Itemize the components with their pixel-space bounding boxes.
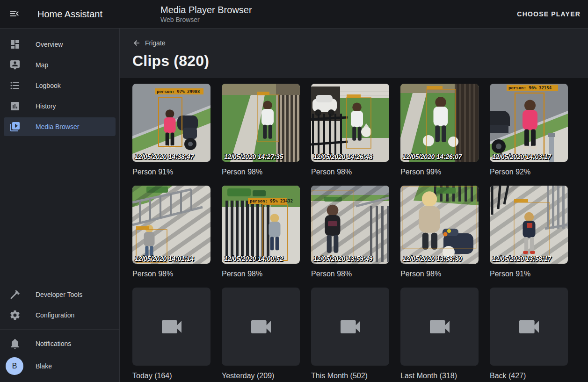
clip-timestamp-overlay: 12/05/2020 13:58:30 [403, 255, 462, 262]
sidebar-item-logbook[interactable]: Logbook [4, 76, 116, 95]
folder-tile [132, 288, 211, 366]
folder-tile [400, 288, 479, 366]
clip-item[interactable]: 12/05/2020 13:58:17Person 91% [490, 186, 568, 278]
folder-item[interactable]: Back (427) [490, 288, 568, 380]
home-assistant-app: Home Assistant Media Player Browser Web … [0, 0, 588, 382]
dashboard-icon [9, 39, 21, 50]
folder-item[interactable]: Yesterday (209) [222, 288, 300, 380]
video-camera-icon [337, 314, 363, 340]
folder-item[interactable]: Today (164) [132, 288, 211, 380]
video-camera-icon [248, 314, 274, 340]
sidebar-item-user[interactable]: B Blake [4, 357, 116, 375]
clip-timestamp-overlay: 12/05/2020 14:01:14 [135, 255, 194, 262]
clips-grid: person: 97% 2998812/05/2020 14:38:47Pers… [132, 84, 575, 382]
clip-thumbnail: person: 97% 2998812/05/2020 14:38:47 [132, 84, 211, 162]
video-camera-icon [427, 314, 453, 340]
clip-timestamp-overlay: 12/05/2020 13:58:17 [492, 255, 551, 262]
topbar-left: Home Assistant [0, 8, 120, 20]
body-row: OverviewMapLogbookHistoryMedia Browser D… [0, 28, 588, 382]
panel-header: Frigate Clips (820) [120, 29, 588, 78]
user-name: Blake [36, 362, 52, 370]
sidebar-main-items: OverviewMapLogbookHistoryMedia Browser [0, 33, 119, 138]
sidebar-item-label: Overview [36, 41, 63, 48]
clip-item[interactable]: person: 95% 2343212/05/2020 14:00:52Pers… [222, 186, 300, 278]
sidebar-item-label: Notifications [36, 340, 71, 347]
clip-thumbnail: person: 95% 2343212/05/2020 14:00:52 [222, 186, 300, 264]
top-app-bar: Home Assistant Media Player Browser Web … [0, 0, 588, 28]
clip-item[interactable]: person: 96% 3215412/05/2020 14:03:17Pers… [490, 84, 568, 176]
clip-thumbnail: 12/05/2020 14:26:48 [311, 84, 389, 162]
clip-timestamp-overlay: 12/05/2020 14:03:17 [492, 153, 551, 160]
menu-open-icon[interactable] [8, 8, 21, 20]
sidebar-item-notifications[interactable]: Notifications [4, 334, 116, 353]
folder-caption: Today (164) [132, 372, 211, 380]
chart-box-icon [9, 101, 21, 112]
back-breadcrumb[interactable]: Frigate [132, 39, 166, 47]
breadcrumb-label: Frigate [145, 39, 166, 47]
sidebar-item-developer-tools[interactable]: Developer Tools [4, 285, 116, 304]
sidebar: OverviewMapLogbookHistoryMedia Browser D… [0, 29, 120, 382]
clip-timestamp-overlay: 12/05/2020 14:26:48 [313, 153, 372, 160]
svg-text:person: 95% 23432: person: 95% 23432 [250, 199, 293, 203]
clip-item[interactable]: person: 97% 2998812/05/2020 14:38:47Pers… [132, 84, 211, 176]
svg-text:person: 97% 29988: person: 97% 29988 [157, 89, 200, 94]
clip-thumbnail: 12/05/2020 14:01:14 [132, 186, 211, 264]
clip-thumbnail: 12/05/2020 14:26:07 [400, 84, 479, 162]
clip-item[interactable]: 12/05/2020 13:58:30Person 98% [400, 186, 479, 278]
bell-icon [9, 338, 21, 349]
svg-text:person: 96% 32154: person: 96% 32154 [508, 86, 552, 90]
gear-icon [9, 310, 21, 321]
page-title: Clips (820) [132, 52, 588, 70]
content-area: person: 97% 2998812/05/2020 14:38:47Pers… [120, 78, 588, 382]
choose-player-button[interactable]: CHOOSE PLAYER [517, 10, 588, 18]
map-account-icon [9, 59, 21, 71]
clip-item[interactable]: 12/05/2020 13:59:49Person 98% [311, 186, 389, 278]
clip-timestamp-overlay: 12/05/2020 14:00:52 [224, 255, 283, 262]
clip-caption: Person 91% [490, 270, 568, 278]
sidebar-spacer [0, 138, 119, 283]
clip-caption: Person 91% [132, 168, 211, 176]
clip-timestamp-overlay: 12/05/2020 13:59:49 [313, 255, 372, 262]
folder-item[interactable]: Last Month (318) [400, 288, 479, 380]
clip-item[interactable]: 12/05/2020 14:01:14Person 98% [132, 186, 211, 278]
panel-subtitle: Web Browser [160, 15, 517, 24]
sidebar-item-label: Developer Tools [36, 291, 82, 298]
sidebar-item-overview[interactable]: Overview [4, 35, 116, 54]
media-browser-icon [9, 121, 21, 132]
folder-caption: This Month (502) [311, 372, 389, 380]
sidebar-bottom-pad [0, 377, 119, 382]
folder-caption: Yesterday (209) [222, 372, 300, 380]
arrow-left-icon [132, 39, 141, 47]
sidebar-item-media-browser[interactable]: Media Browser [4, 117, 116, 136]
clip-item[interactable]: 12/05/2020 14:27:35Person 98% [222, 84, 300, 176]
clip-item[interactable]: 12/05/2020 14:26:48Person 98% [311, 84, 389, 176]
clip-caption: Person 98% [311, 270, 389, 278]
video-camera-icon [516, 314, 542, 340]
clip-thumbnail: 12/05/2020 13:58:30 [400, 186, 479, 264]
hammer-icon [9, 289, 21, 300]
folder-tile [490, 288, 568, 366]
clip-thumbnail: 12/05/2020 13:58:17 [490, 186, 568, 264]
sidebar-item-map[interactable]: Map [4, 56, 116, 74]
clip-caption: Person 98% [400, 270, 479, 278]
folder-tile [222, 288, 300, 366]
clip-thumbnail: 12/05/2020 14:27:35 [222, 84, 300, 162]
media-browser-panel: Frigate Clips (820) person: 97% 2998812/… [120, 29, 588, 382]
sidebar-tool-items: Developer ToolsConfiguration [0, 283, 119, 326]
folder-caption: Back (427) [490, 372, 568, 380]
sidebar-item-label: Media Browser [36, 123, 79, 130]
clip-item[interactable]: 12/05/2020 14:26:07Person 99% [400, 84, 479, 176]
sidebar-item-label: Configuration [36, 311, 74, 319]
sidebar-divider [0, 329, 119, 330]
sidebar-item-configuration[interactable]: Configuration [4, 306, 116, 324]
sidebar-item-label: Logbook [36, 82, 61, 89]
folder-tile [311, 288, 389, 366]
app-title: Home Assistant [37, 9, 102, 20]
folder-item[interactable]: This Month (502) [311, 288, 389, 380]
video-camera-icon [159, 314, 185, 340]
sidebar-item-history[interactable]: History [4, 97, 116, 115]
clip-timestamp-overlay: 12/05/2020 14:26:07 [403, 153, 462, 160]
clip-timestamp-overlay: 12/05/2020 14:27:35 [224, 153, 283, 160]
panel-title: Media Player Browser [160, 4, 517, 15]
sidebar-item-label: History [36, 102, 56, 110]
